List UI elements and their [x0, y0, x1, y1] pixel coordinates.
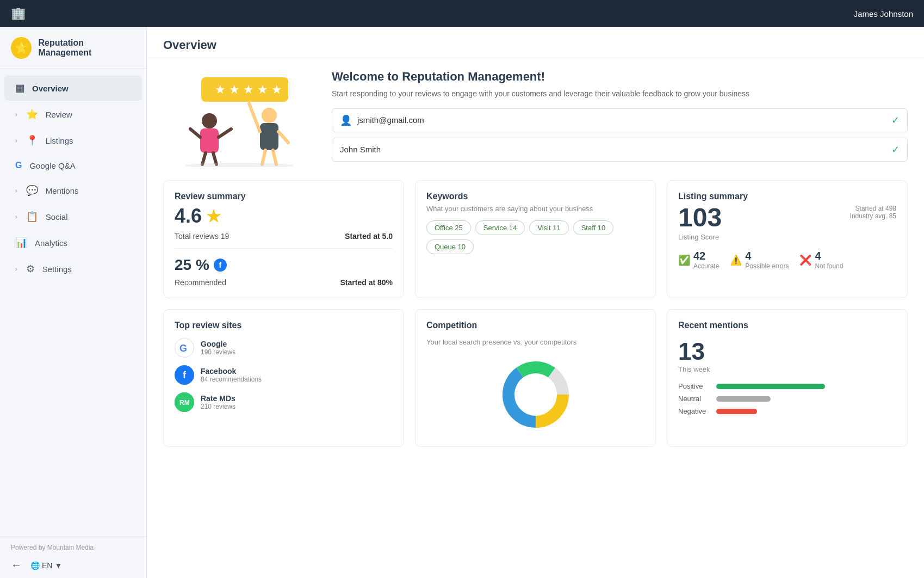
keyword-tag-visit[interactable]: Visit 11	[529, 220, 568, 235]
positive-bar	[716, 384, 825, 389]
svg-line-6	[202, 153, 206, 164]
sidebar-item-label: Overview	[32, 84, 69, 93]
sidebar-item-analytics[interactable]: 📊 Analytics	[4, 230, 142, 255]
percent-value: 25 %	[175, 256, 209, 274]
sidebar-item-listings[interactable]: › 📍 Listings	[4, 128, 142, 153]
name-value: John Smith	[340, 145, 886, 154]
check-icon-2: ✓	[891, 144, 900, 156]
errors-info: 4 Possible errors	[745, 250, 789, 270]
sidebar-item-label: Listings	[46, 136, 73, 145]
svg-text:★ ★ ★ ★ ★: ★ ★ ★ ★ ★	[215, 83, 282, 96]
competition-card: Competition Your local search presence v…	[415, 309, 656, 447]
sidebar-item-settings[interactable]: › ⚙ Settings	[4, 256, 142, 281]
sidebar-item-social[interactable]: › 📋 Social	[4, 204, 142, 229]
review-total-row: Total reviews 19 Started at 5.0	[175, 232, 393, 241]
svg-text:G: G	[179, 343, 187, 354]
stats-row: Review summary 4.6 ★ Total reviews 19 St…	[163, 180, 908, 298]
svg-point-2	[202, 113, 217, 128]
welcome-subtitle: Start responding to your reviews to enga…	[332, 88, 908, 100]
facebook-site-info: Facebook 84 recommendations	[201, 367, 262, 383]
positive-label: Positive	[678, 382, 711, 390]
sidebar-item-label: Settings	[42, 265, 72, 274]
recent-mentions-card: Recent mentions 13 This week Positive Ne…	[667, 309, 908, 447]
keyword-tag-queue[interactable]: Queue 10	[426, 239, 474, 254]
illustration-svg: ★ ★ ★ ★ ★	[169, 72, 310, 167]
svg-line-7	[213, 153, 216, 164]
mentions-week-label: This week	[678, 365, 896, 373]
keyword-tag-service[interactable]: Service 14	[475, 220, 525, 235]
recommended-started: Started at 80%	[340, 278, 393, 287]
page-title: Overview	[163, 38, 908, 52]
keywords-card: Keywords What your customers are saying …	[415, 180, 656, 298]
listing-top: 103 Listing Score Started at 498 Industr…	[678, 205, 896, 241]
recommended-display: 25 % f	[175, 256, 393, 274]
listing-score-area: 103 Listing Score	[678, 205, 722, 241]
language-label: EN	[42, 561, 52, 570]
sidebar-item-label: Google Q&A	[29, 161, 75, 170]
svg-line-13	[273, 150, 276, 164]
sidebar: ⭐ Reputation Management ▦ Overview › ⭐ R…	[0, 27, 147, 578]
top-review-sites-title: Top review sites	[175, 321, 393, 330]
welcome-illustration: ★ ★ ★ ★ ★	[163, 69, 315, 167]
rating-value: 4.6	[175, 205, 202, 227]
mentions-icon: 💬	[26, 185, 38, 196]
recent-mentions-title: Recent mentions	[678, 321, 896, 330]
svg-rect-3	[200, 128, 219, 153]
review-icon: ⭐	[26, 108, 38, 120]
review-site-facebook[interactable]: f Facebook 84 recommendations	[175, 365, 393, 385]
back-button[interactable]: ←	[11, 559, 22, 571]
svg-point-22	[515, 374, 556, 415]
sidebar-item-label: Social	[46, 212, 68, 222]
svg-line-12	[262, 150, 265, 164]
email-value: jsmith@gmail.com	[357, 115, 886, 125]
accurate-count: 42	[693, 250, 719, 262]
keywords-subtitle: What your customers are saying about you…	[426, 205, 644, 213]
review-site-ratemds[interactable]: RM Rate MDs 210 reviews	[175, 392, 393, 412]
name-field-display: John Smith ✓	[332, 138, 908, 162]
sidebar-bottom-actions: ← 🌐 EN ▼	[11, 559, 135, 571]
not-found-label: Not found	[815, 262, 843, 270]
listings-icon: 📍	[26, 134, 38, 146]
ratemds-site-info: Rate MDs 210 reviews	[201, 394, 235, 410]
arrow-icon: ›	[15, 187, 17, 194]
facebook-icon: f	[214, 259, 227, 272]
google-site-name: Google	[201, 340, 235, 348]
check-icon: ✓	[891, 114, 900, 126]
top-bar: 🏢 James Johnston	[0, 0, 924, 27]
sidebar-item-label: Analytics	[35, 238, 67, 248]
settings-icon: ⚙	[26, 263, 35, 275]
google-icon: G	[15, 161, 22, 170]
app-icon: 🏢	[11, 7, 26, 21]
sidebar-item-mentions[interactable]: › 💬 Mentions	[4, 178, 142, 203]
listing-summary-card: Listing summary 103 Listing Score Starte…	[667, 180, 908, 298]
negative-bar-row: Negative	[678, 407, 896, 415]
keyword-tag-office[interactable]: Office 25	[426, 220, 471, 235]
google-site-info: Google 190 reviews	[201, 340, 235, 356]
total-reviews: Total reviews 19	[175, 232, 229, 241]
review-site-google[interactable]: G Google 190 reviews	[175, 338, 393, 358]
svg-line-10	[249, 103, 260, 132]
negative-label: Negative	[678, 407, 711, 415]
keyword-tag-staff[interactable]: Staff 10	[573, 220, 614, 235]
recommended-row: Recommended Started at 80%	[175, 278, 393, 287]
listing-score-label: Listing Score	[678, 233, 722, 241]
possible-errors-stat: ⚠️ 4 Possible errors	[730, 250, 789, 270]
sidebar-nav: ▦ Overview › ⭐ Review › 📍 Listings G Goo…	[0, 69, 146, 537]
neutral-bar-row: Neutral	[678, 395, 896, 403]
neutral-bar	[716, 396, 771, 402]
page-header: Overview	[147, 27, 924, 58]
sidebar-item-google-qa[interactable]: G Google Q&A	[4, 154, 142, 177]
chevron-down-icon: ▼	[54, 561, 62, 570]
content-area: Overview ★ ★ ★ ★ ★	[147, 27, 924, 578]
svg-point-8	[262, 108, 277, 123]
ratemds-svg: RM	[175, 392, 194, 412]
sidebar-item-review[interactable]: › ⭐ Review	[4, 102, 142, 127]
social-icon: 📋	[26, 211, 38, 223]
rating-display: 4.6 ★	[175, 205, 393, 227]
user-name: James Johnston	[854, 9, 913, 19]
language-selector[interactable]: 🌐 EN ▼	[30, 561, 62, 570]
svg-text:RM: RM	[179, 399, 190, 407]
accurate-info: 42 Accurate	[693, 250, 719, 270]
industry-avg-value: Industry avg. 85	[850, 212, 896, 220]
sidebar-item-overview[interactable]: ▦ Overview	[4, 76, 142, 101]
